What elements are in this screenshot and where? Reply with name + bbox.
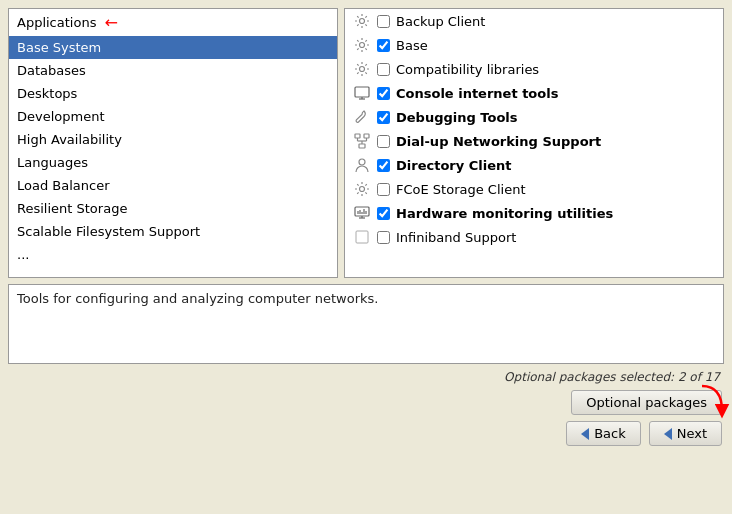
package-checkbox[interactable] — [377, 39, 390, 52]
svg-point-13 — [359, 159, 365, 165]
description-box: Tools for configuring and analyzing comp… — [8, 284, 724, 364]
package-checkbox[interactable] — [377, 183, 390, 196]
bottom-section: Tools for configuring and analyzing comp… — [8, 284, 724, 506]
svg-rect-3 — [355, 87, 369, 97]
category-item[interactable]: Databases — [9, 59, 337, 82]
package-checkbox[interactable] — [377, 87, 390, 100]
next-arrow-icon — [664, 428, 672, 440]
category-label: Languages — [17, 155, 88, 170]
package-checkbox[interactable] — [377, 111, 390, 124]
category-label: ... — [17, 247, 29, 262]
category-item[interactable]: Scalable Filesystem Support — [9, 220, 337, 243]
package-checkbox[interactable] — [377, 135, 390, 148]
category-label: Load Balancer — [17, 178, 110, 193]
package-item: Infiniband Support — [345, 225, 723, 249]
svg-point-1 — [360, 43, 365, 48]
svg-point-2 — [360, 67, 365, 72]
package-label: Directory Client — [396, 158, 511, 173]
package-label: FCoE Storage Client — [396, 182, 526, 197]
category-label: High Availability — [17, 132, 122, 147]
svg-point-14 — [360, 187, 365, 192]
red-arrow-indicator: ← — [104, 13, 117, 32]
category-list[interactable]: Applications←Base SystemDatabasesDesktop… — [8, 8, 338, 278]
package-item: Hardware monitoring utilities — [345, 201, 723, 225]
wrench-icon — [353, 108, 371, 126]
category-item[interactable]: Applications← — [9, 9, 337, 36]
category-item[interactable]: Resilient Storage — [9, 197, 337, 220]
back-arrow-icon — [581, 428, 589, 440]
category-item[interactable]: High Availability — [9, 128, 337, 151]
svg-point-0 — [360, 19, 365, 24]
category-item[interactable]: Load Balancer — [9, 174, 337, 197]
package-label: Debugging Tools — [396, 110, 518, 125]
category-item[interactable]: Languages — [9, 151, 337, 174]
package-label: Console internet tools — [396, 86, 558, 101]
package-list[interactable]: Backup Client Base Compatibility librari… — [344, 8, 724, 278]
red-arrow-icon — [692, 381, 732, 421]
package-item: Debugging Tools — [345, 105, 723, 129]
package-item: Backup Client — [345, 9, 723, 33]
package-item: Directory Client — [345, 153, 723, 177]
category-item[interactable]: Development — [9, 105, 337, 128]
next-button-container: Next — [649, 421, 722, 446]
package-label: Hardware monitoring utilities — [396, 206, 613, 221]
package-checkbox[interactable] — [377, 231, 390, 244]
package-label: Dial-up Networking Support — [396, 134, 601, 149]
none-icon — [353, 228, 371, 246]
package-checkbox[interactable] — [377, 63, 390, 76]
package-checkbox[interactable] — [377, 159, 390, 172]
monitor2-icon — [353, 204, 371, 222]
package-label: Base — [396, 38, 428, 53]
package-item: Console internet tools — [345, 81, 723, 105]
gear-icon — [353, 60, 371, 78]
package-item: Dial-up Networking Support — [345, 129, 723, 153]
person-icon — [353, 156, 371, 174]
category-label: Base System — [17, 40, 101, 55]
package-label: Compatibility libraries — [396, 62, 539, 77]
top-section: Applications←Base SystemDatabasesDesktop… — [8, 8, 724, 278]
category-item[interactable]: ... — [9, 243, 337, 266]
category-label: Scalable Filesystem Support — [17, 224, 200, 239]
category-item[interactable]: Base System — [9, 36, 337, 59]
nav-button-row: Back Next — [8, 421, 724, 446]
package-label: Backup Client — [396, 14, 485, 29]
gear-icon — [353, 36, 371, 54]
monitor-icon — [353, 84, 371, 102]
network-icon — [353, 132, 371, 150]
package-checkbox[interactable] — [377, 15, 390, 28]
svg-rect-8 — [359, 144, 365, 148]
category-label: Applications — [17, 15, 96, 30]
description-text: Tools for configuring and analyzing comp… — [17, 291, 378, 306]
category-item[interactable]: Desktops — [9, 82, 337, 105]
optional-status: Optional packages selected: 2 of 17 — [8, 370, 724, 384]
svg-rect-7 — [364, 134, 369, 138]
package-checkbox[interactable] — [377, 207, 390, 220]
package-label: Infiniband Support — [396, 230, 516, 245]
category-label: Resilient Storage — [17, 201, 127, 216]
package-item: FCoE Storage Client — [345, 177, 723, 201]
package-item: Compatibility libraries — [345, 57, 723, 81]
next-button[interactable]: Next — [649, 421, 722, 446]
gear-icon — [353, 180, 371, 198]
svg-rect-15 — [355, 207, 369, 216]
optional-btn-row: Optional packages — [8, 390, 724, 415]
category-label: Databases — [17, 63, 86, 78]
category-label: Development — [17, 109, 105, 124]
gear-icon — [353, 12, 371, 30]
svg-rect-23 — [356, 231, 368, 243]
main-container: Applications←Base SystemDatabasesDesktop… — [0, 0, 732, 514]
back-button[interactable]: Back — [566, 421, 641, 446]
category-label: Desktops — [17, 86, 77, 101]
svg-rect-6 — [355, 134, 360, 138]
package-item: Base — [345, 33, 723, 57]
